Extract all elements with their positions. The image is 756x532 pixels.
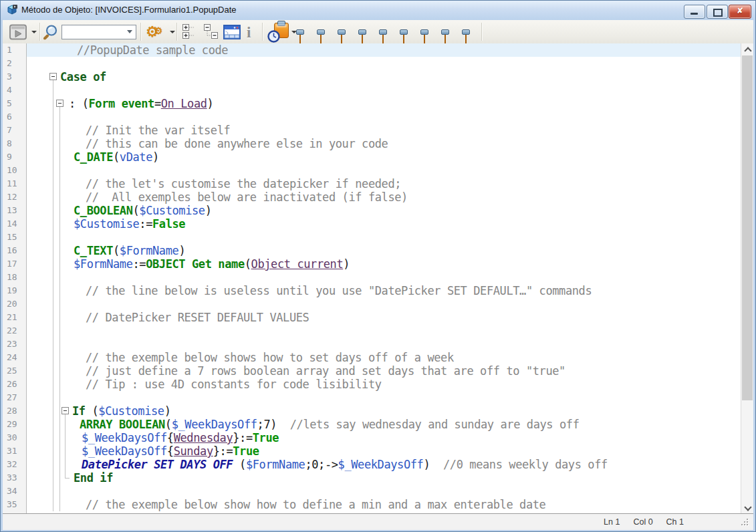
clipboard-slot-8[interactable] xyxy=(445,31,446,44)
line-number: 26 xyxy=(3,378,26,391)
run-options-caret[interactable] xyxy=(31,31,37,33)
status-line: Ln 1 xyxy=(604,517,620,527)
line-number: 18 xyxy=(3,271,26,284)
form-window-icon xyxy=(223,25,241,39)
line-number: 3 xyxy=(3,70,26,84)
line-number: 8 xyxy=(3,137,26,150)
macros-button[interactable]: ⚙⚙ xyxy=(146,25,162,39)
code-line[interactable]: // the exemple below shows how to set da… xyxy=(27,351,741,364)
code-line[interactable]: $FormName:=OBJECT Get name(Object curren… xyxy=(27,257,741,271)
code-line[interactable]: : (Form event=On Load) xyxy=(27,97,741,110)
code-line[interactable] xyxy=(27,84,741,97)
code-line[interactable] xyxy=(27,57,741,70)
toolbar-separator xyxy=(140,23,141,41)
code-editor[interactable]: 1234567891011121314151617181920212223242… xyxy=(3,43,753,513)
clipboard-slot-6[interactable] xyxy=(403,31,404,44)
code-line[interactable]: C_TEXT($FormName) xyxy=(27,244,741,257)
code-line[interactable]: $_WeekDaysOff{Sunday}:=True xyxy=(27,444,741,458)
line-number: 23 xyxy=(3,338,26,351)
search-combobox[interactable] xyxy=(61,25,136,39)
clipboard-clock-button[interactable] xyxy=(267,23,289,41)
line-number: 29 xyxy=(3,418,26,431)
clipboard-slot-1[interactable] xyxy=(299,31,301,44)
clipboard-slot-5[interactable] xyxy=(382,31,384,44)
line-number: 15 xyxy=(3,231,26,244)
maximize-icon xyxy=(713,9,723,17)
code-line[interactable] xyxy=(27,271,741,284)
combo-dropdown-icon[interactable] xyxy=(127,30,132,33)
run-method-button[interactable] xyxy=(8,23,29,41)
clipboard-slot-9[interactable] xyxy=(465,31,467,44)
method-editor-toolbar: ⚙⚙ xyxy=(3,20,753,44)
run-method-icon xyxy=(8,23,29,41)
code-line[interactable] xyxy=(27,297,741,311)
code-line[interactable] xyxy=(27,324,741,338)
code-line[interactable]: C_DATE(vDate) xyxy=(27,150,741,164)
fold-toggle[interactable] xyxy=(49,73,57,80)
code-line[interactable]: // this can be done anywhere else in you… xyxy=(27,137,741,150)
search-input[interactable] xyxy=(64,26,124,38)
title-bar[interactable]: Método de Objeto: [INVOICES].Formulario1… xyxy=(0,0,756,20)
code-line[interactable] xyxy=(27,110,741,124)
code-line[interactable]: If ($Customise) xyxy=(27,404,741,418)
line-number: 21 xyxy=(3,311,26,324)
close-button[interactable]: ✘ xyxy=(729,5,751,19)
clipboard-slot-3[interactable] xyxy=(341,31,342,44)
line-number: 35 xyxy=(3,498,26,511)
code-line[interactable]: ARRAY BOOLEAN($_WeekDaysOff;7) //lets sa… xyxy=(27,418,741,431)
code-line[interactable] xyxy=(27,231,741,244)
code-line[interactable]: // the let's customise the datepicker if… xyxy=(27,177,741,190)
code-line[interactable]: // Tip : use 4D constants for code lisib… xyxy=(27,378,741,391)
code-line[interactable]: // just define a 7 rows boolean array an… xyxy=(27,364,741,378)
code-line[interactable] xyxy=(27,164,741,177)
code-line[interactable]: //PopupDate sample code xyxy=(27,43,741,57)
fold-toggle[interactable] xyxy=(56,100,64,107)
code-line[interactable]: // All exemples below are inactivated (i… xyxy=(27,190,741,204)
code-line[interactable] xyxy=(27,485,741,498)
expand-all-button[interactable] xyxy=(182,23,198,41)
code-line[interactable]: // Init the var itself xyxy=(27,124,741,137)
clipboard-slot-2[interactable] xyxy=(320,31,322,44)
code-line[interactable]: DatePicker SET DAYS OFF ($FormName;0;->$… xyxy=(27,458,741,471)
clipboard-slot-4[interactable] xyxy=(362,31,363,44)
line-number: 32 xyxy=(3,458,26,471)
line-number: 12 xyxy=(3,190,26,204)
maximize-button[interactable] xyxy=(707,5,728,19)
form-window-button[interactable] xyxy=(223,25,241,39)
code-line[interactable]: // the line below is useless until you u… xyxy=(27,284,741,297)
collapse-all-button[interactable] xyxy=(203,23,219,41)
status-column: Col 0 xyxy=(633,517,652,527)
clipboard-slot-7[interactable] xyxy=(424,31,425,44)
line-number: 13 xyxy=(3,204,26,217)
info-icon: i xyxy=(247,23,251,40)
code-line[interactable] xyxy=(27,391,741,404)
code-line[interactable]: // the exemple below show how to define … xyxy=(27,498,741,511)
minimize-button[interactable] xyxy=(684,5,705,19)
code-line[interactable]: $_WeekDaysOff{Wednesday}:=True xyxy=(27,431,741,444)
resize-grip[interactable] xyxy=(741,519,749,527)
method-info-button[interactable]: i xyxy=(247,24,251,39)
code-line[interactable]: Case of xyxy=(27,70,741,84)
scrollbar-thumb[interactable] xyxy=(742,55,753,400)
code-line[interactable]: End if xyxy=(27,471,741,485)
line-number: 22 xyxy=(3,324,26,338)
fold-toggle[interactable] xyxy=(61,407,69,414)
line-number: 7 xyxy=(3,124,26,137)
line-number: 34 xyxy=(3,485,26,498)
line-number: 2 xyxy=(3,57,26,70)
code-line[interactable]: C_BOOLEAN($Customise) xyxy=(27,204,741,217)
line-number: 17 xyxy=(3,257,26,271)
expand-all-icon xyxy=(182,23,198,41)
macros-caret[interactable] xyxy=(170,31,175,33)
line-number: 10 xyxy=(3,164,26,177)
line-number: 5 xyxy=(3,97,26,110)
code-line[interactable]: // DatePicker RESET DEFAULT VALUES xyxy=(27,311,741,324)
code-lines[interactable]: //PopupDate sample codeCase of: (Form ev… xyxy=(27,43,741,513)
code-line[interactable] xyxy=(27,338,741,351)
toolbar-separator xyxy=(262,23,263,41)
code-line[interactable]: $Customise:=False xyxy=(27,217,741,231)
window-title: Método de Objeto: [INVOICES].Formulario1… xyxy=(21,5,237,15)
scroll-down-button[interactable] xyxy=(742,502,753,513)
scroll-up-button[interactable] xyxy=(742,43,753,55)
vertical-scrollbar[interactable] xyxy=(741,43,753,513)
